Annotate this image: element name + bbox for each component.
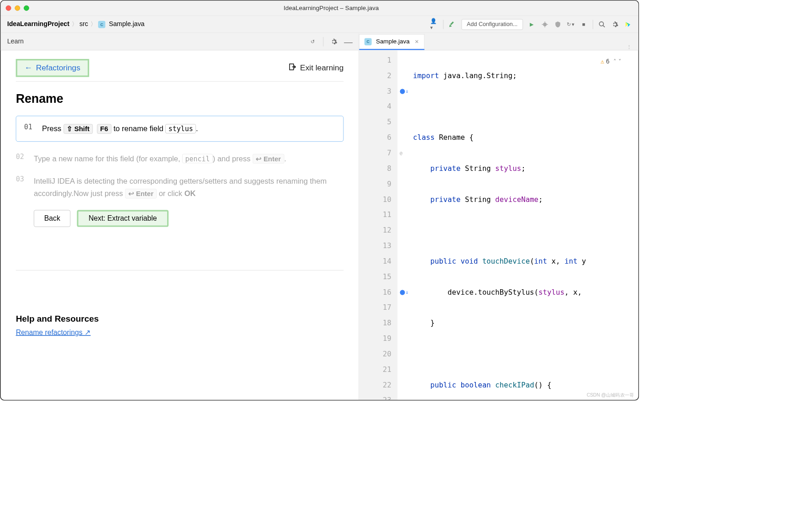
close-window[interactable] [6,5,11,11]
lesson-heading: Rename [16,92,344,106]
fold-gutter: ⬤↓ @ ⬤↓ [397,50,409,400]
separator [593,20,593,29]
separator [323,37,324,46]
titlebar: IdeaLearningProject – Sample.java [1,1,638,16]
breadcrumb-project[interactable]: IdeaLearningProject [7,21,69,28]
separator [443,20,443,29]
exit-icon [289,63,296,73]
run-icon[interactable]: ▶ [528,20,536,28]
chevron-icon: 〉 [90,21,96,28]
code-editor[interactable]: 1234567891011121314151617181920212223 ⬤↓… [359,50,638,400]
warning-icon: ⚠ [601,54,604,69]
gear-icon[interactable] [611,20,619,28]
gear-icon[interactable] [330,37,337,45]
step-02: 02 Type a new name for this field (for e… [16,152,344,164]
learn-panel: Learn ↺ — ← Refactorings Exit learn [1,33,359,400]
window-title: IdeaLearningProject – Sample.java [29,5,633,12]
close-icon[interactable]: ✕ [415,39,419,45]
breadcrumb: IdeaLearningProject 〉 src 〉 C Sample.jav… [7,21,145,28]
watermark: CSDN @山城码农一哥 [587,392,634,398]
breadcrumb-folder[interactable]: src [79,21,88,28]
search-icon[interactable] [598,20,606,28]
java-class-icon: C [98,21,105,28]
chevron-icon: 〉 [72,21,78,28]
learn-header: Learn ↺ — [1,33,359,50]
learn-title: Learn [7,38,24,46]
svg-point-1 [599,21,603,26]
user-icon[interactable]: 👤▾ [430,20,438,28]
back-button[interactable]: Back [34,210,71,227]
exit-learning-link[interactable]: Exit learning [289,63,343,73]
add-configuration-button[interactable]: Add Configuration... [461,19,523,30]
code-area[interactable]: import java.lang.String; class Rename { … [409,50,638,400]
maximize-window[interactable] [24,5,29,11]
traffic-lights [6,5,29,11]
warning-badge[interactable]: ⚠ 6 ˄ ˅ [601,54,622,69]
chevron-up-icon[interactable]: ˄ [613,54,617,69]
debug-icon[interactable] [541,20,548,28]
minimize-icon[interactable]: — [344,37,352,45]
back-refactorings-link[interactable]: ← Refactorings [16,59,89,77]
editor-panel: C Sample.java ✕ ⋮ 1234567891011121314151… [359,33,638,400]
main-toolbar: IdeaLearningProject 〉 src 〉 C Sample.jav… [1,16,638,33]
restart-icon[interactable]: ↺ [309,37,316,45]
arrow-left-icon: ← [25,64,32,73]
breadcrumb-file[interactable]: Sample.java [109,21,145,28]
help-link[interactable]: Rename refactorings ↗ [16,329,91,336]
build-icon[interactable] [448,20,456,28]
divider [16,270,344,270]
line-gutter: 1234567891011121314151617181920212223 [359,50,397,400]
chevron-down-icon[interactable]: ˅ [618,54,622,69]
coverage-icon[interactable] [554,20,562,28]
jetbrains-icon[interactable] [624,20,632,28]
step-01: 01 Press ⇧ Shift F6 to rename field styl… [16,116,344,141]
shortcut-key: ⇧ Shift [63,124,93,134]
stop-icon[interactable]: ■ [580,20,587,28]
editor-tabs: C Sample.java ✕ ⋮ [359,33,638,50]
java-class-icon: C [364,38,372,45]
svg-point-0 [543,22,547,26]
profile-icon[interactable]: ↻▾ [567,20,575,28]
divider [16,81,344,82]
tab-menu-icon[interactable]: ⋮ [620,44,638,50]
help-heading: Help and Resources [16,314,344,324]
tab-sample-java[interactable]: C Sample.java ✕ [359,34,424,50]
step-03: 03 IntelliJ IDEA is detecting the corres… [16,175,344,199]
minimize-window[interactable] [15,5,20,11]
next-button[interactable]: Next: Extract variable [77,210,169,227]
shortcut-key: F6 [97,124,111,134]
